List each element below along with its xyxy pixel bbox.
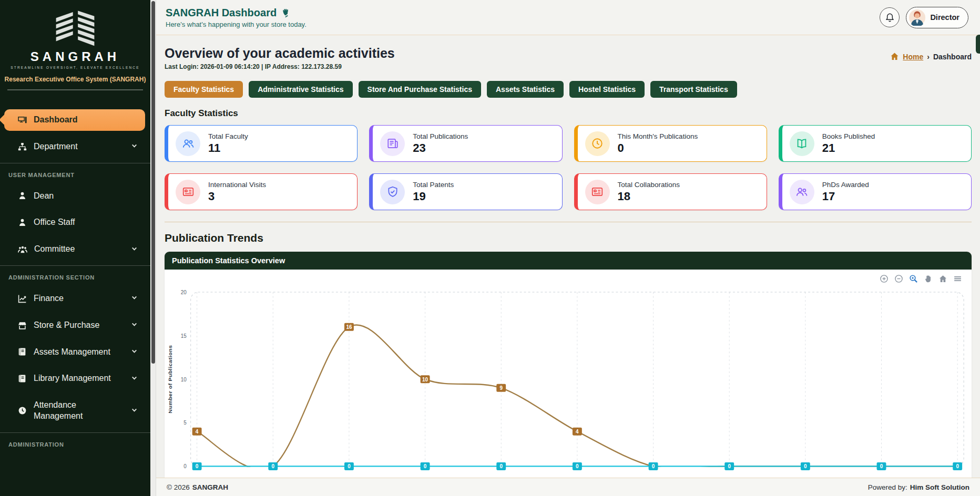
tab-assets-statistics[interactable]: Assets Statistics [487, 81, 564, 98]
dashboard-title: SANGRAH Dashboard [166, 7, 277, 19]
card-value: 17 [822, 190, 869, 203]
sidebar-section-administration: ADMINISTRATION [0, 432, 150, 453]
svg-text:0: 0 [652, 463, 655, 469]
section-title: Faculty Statistics [165, 108, 972, 119]
clock-icon [585, 131, 610, 156]
newspaper-icon [380, 131, 405, 156]
logo-tagline: STREAMLINE OVERSIGHT, ELEVATE EXCELLENCE [5, 66, 145, 69]
chart-toolbar [880, 274, 962, 283]
avatar [909, 9, 925, 26]
chevron-down-icon [131, 245, 138, 254]
pan-hand-icon[interactable] [924, 274, 933, 283]
open-book-icon [790, 131, 814, 156]
content-divider [165, 222, 972, 222]
statistics-tabs: Faculty Statistics Administrative Statis… [165, 81, 972, 98]
id-card-icon [585, 180, 610, 204]
page-title: Overview of your academic activities [165, 46, 395, 61]
chevron-down-icon [131, 321, 138, 330]
svg-text:0: 0 [728, 463, 731, 469]
sidebar-item-assets-management[interactable]: Assets Management [4, 342, 145, 363]
users-icon [18, 245, 27, 254]
sidebar-scrollbar[interactable] [150, 0, 156, 496]
svg-text:0: 0 [424, 463, 427, 469]
card-label: Total Publications [413, 132, 468, 140]
footer-brand: SANGRAH [192, 483, 228, 491]
sidebar-nav: Dashboard Department USER MANAGEMENT Dea… [0, 108, 150, 455]
zoom-in-icon[interactable] [880, 274, 889, 283]
svg-text:4: 4 [196, 429, 199, 435]
sidebar-item-dashboard[interactable]: Dashboard [4, 109, 145, 131]
sidebar-item-office-staff[interactable]: Office Staff [4, 212, 145, 233]
card-value: 18 [618, 190, 680, 203]
zoom-out-icon[interactable] [894, 274, 903, 283]
footer-copyright: © 2026SANGRAH [167, 483, 228, 491]
stat-card-phds-awarded: PhDs Awarded17 [779, 173, 972, 210]
sidebar-divider [7, 89, 143, 90]
stat-cards-grid: Total Faculty11 Total Publications23 Thi… [165, 125, 972, 210]
app-root: SANGRAH STREAMLINE OVERSIGHT, ELEVATE EX… [0, 0, 980, 496]
id-card-icon [176, 180, 200, 204]
page-head-row: Overview of your academic activities Las… [165, 43, 972, 70]
clock-icon [18, 406, 27, 415]
svg-text:Number of Publications: Number of Publications [167, 345, 173, 414]
breadcrumb-home-link[interactable]: Home [903, 53, 923, 61]
svg-text:16: 16 [346, 324, 352, 330]
svg-text:0: 0 [499, 463, 503, 469]
sidebar-item-dean[interactable]: Dean [4, 185, 145, 207]
card-label: This Month's Publications [618, 132, 698, 140]
sidebar-item-department[interactable]: Department [4, 136, 145, 158]
sidebar-item-attendance-management[interactable]: Attendance Management [4, 395, 145, 427]
chevron-down-icon [131, 294, 138, 303]
breadcrumb-current: Dashboard [933, 53, 972, 61]
sidebar-item-library-management[interactable]: Library Management [4, 368, 145, 389]
svg-text:10: 10 [422, 376, 428, 382]
user-menu-button[interactable]: Director [906, 7, 968, 28]
svg-text:5: 5 [183, 420, 187, 426]
sidebar: SANGRAH STREAMLINE OVERSIGHT, ELEVATE EX… [0, 0, 150, 496]
user-group-icon [176, 131, 200, 156]
card-value: 19 [413, 190, 454, 203]
sidebar-section-user-management: USER MANAGEMENT [0, 163, 150, 183]
stat-card-total-collaborations: Total Collaborations18 [574, 173, 767, 210]
sidebar-section-administration-section: ADMINISTRATION SECTION [0, 265, 150, 286]
sidebar-item-finance[interactable]: Finance [4, 288, 145, 309]
chevron-down-icon [131, 406, 138, 416]
publication-line-chart: 05101520Number of Publications4161094000… [165, 270, 972, 478]
buildings-logo-icon [44, 5, 107, 46]
chart-body: 05101520Number of Publications4161094000… [165, 270, 972, 478]
tab-transport-statistics[interactable]: Transport Statistics [650, 81, 737, 98]
top-header: SANGRAH Dashboard Here's what's happenin… [156, 0, 980, 35]
svg-text:0: 0 [956, 463, 959, 469]
svg-text:0: 0 [880, 463, 883, 469]
svg-text:0: 0 [576, 463, 579, 469]
tab-administrative-statistics[interactable]: Administrative Statistics [249, 81, 352, 98]
card-label: International Visits [208, 181, 266, 189]
card-label: Books Published [822, 132, 875, 140]
sidebar-item-committee[interactable]: Committee [4, 239, 145, 260]
scrollbar-thumb[interactable] [151, 1, 155, 364]
chevron-down-icon [131, 374, 138, 384]
svg-text:0: 0 [804, 463, 807, 469]
chart-line-icon [18, 294, 27, 303]
system-name: Research Executive Office System (SANGRA… [3, 76, 147, 83]
tab-hostel-statistics[interactable]: Hostel Statistics [569, 81, 645, 98]
reset-home-icon[interactable] [938, 274, 947, 283]
home-icon [890, 52, 899, 61]
card-value: 21 [822, 141, 875, 155]
header-actions: Director [880, 7, 968, 28]
svg-text:0: 0 [271, 463, 274, 469]
chart-panel-title: Publication Statistics Overview [165, 252, 972, 270]
magnifier-icon[interactable] [909, 274, 918, 283]
svg-text:20: 20 [181, 289, 187, 295]
tab-faculty-statistics[interactable]: Faculty Statistics [165, 81, 243, 98]
sidebar-item-store-purchase[interactable]: Store & Purchase [4, 315, 145, 336]
notifications-button[interactable] [880, 7, 900, 27]
menu-icon[interactable] [953, 274, 962, 283]
book-icon [18, 347, 27, 356]
tab-store-purchase-statistics[interactable]: Store And Purchase Statistics [359, 81, 481, 98]
footer-powered-brand: Him Soft Solution [910, 483, 969, 491]
user-icon [18, 218, 27, 227]
right-edge-tab[interactable] [976, 35, 980, 54]
store-icon [18, 321, 27, 330]
svg-text:4: 4 [576, 429, 579, 435]
